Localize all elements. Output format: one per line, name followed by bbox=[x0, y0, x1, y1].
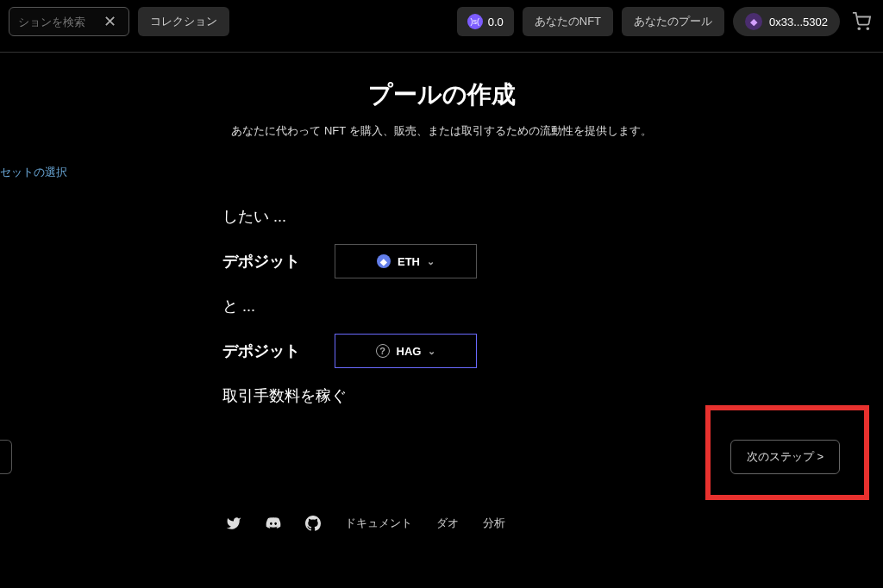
nav-your-nft[interactable]: あなたのNFT bbox=[523, 7, 613, 36]
close-icon[interactable]: ✕ bbox=[100, 12, 120, 31]
prev-button-edge[interactable] bbox=[0, 440, 12, 474]
chevron-down-icon: ⌄ bbox=[428, 346, 435, 357]
main-panel: プールの作成 あなたに代わって NFT を購入、販売、または取引するための流動性… bbox=[0, 52, 883, 500]
page-title: プールの作成 bbox=[0, 78, 883, 111]
balance-chip[interactable]: )s( 0.0 bbox=[457, 7, 514, 36]
wallet-address: 0x33...5302 bbox=[769, 16, 828, 28]
svg-point-1 bbox=[867, 28, 868, 29]
discord-icon[interactable] bbox=[266, 516, 281, 531]
github-icon[interactable] bbox=[305, 516, 321, 531]
svg-point-0 bbox=[858, 28, 860, 29]
fee-text: 取引手数料を稼ぐ bbox=[222, 385, 883, 406]
deposit-label-1: デポジット bbox=[222, 251, 317, 272]
topbar: ✕ コレクション )s( 0.0 あなたのNFT あなたのプール ◆ 0x33.… bbox=[0, 0, 883, 43]
chevron-down-icon: ⌄ bbox=[427, 256, 435, 267]
nav-your-pool[interactable]: あなたのプール bbox=[622, 7, 724, 36]
want-label: したい ... bbox=[222, 206, 286, 227]
footer-link-analytics[interactable]: 分析 bbox=[483, 516, 505, 531]
footer: ドキュメント ダオ 分析 bbox=[0, 500, 883, 531]
step-label: セットの選択 bbox=[0, 165, 883, 180]
asset-picker-2[interactable]: ? HAG ⌄ bbox=[335, 334, 477, 368]
collection-button[interactable]: コレクション bbox=[138, 7, 229, 36]
search-box[interactable]: ✕ bbox=[9, 7, 129, 36]
asset-2-label: HAG bbox=[397, 345, 422, 358]
asset-picker-1[interactable]: ◆ ETH ⌄ bbox=[335, 244, 477, 278]
twitter-icon[interactable] bbox=[226, 516, 241, 531]
form-area: したい ... デポジット ◆ ETH ⌄ と ... デポジット ? HAG … bbox=[222, 206, 883, 406]
search-input[interactable] bbox=[18, 16, 100, 28]
asset-1-label: ETH bbox=[398, 255, 420, 268]
page-subtitle: あなたに代わって NFT を購入、販売、または取引するための流動性を提供します。 bbox=[0, 123, 883, 139]
and-label: と ... bbox=[222, 296, 255, 316]
footer-link-docs[interactable]: ドキュメント bbox=[345, 516, 412, 531]
wallet-button[interactable]: ◆ 0x33...5302 bbox=[733, 7, 840, 36]
wallet-avatar-icon: ◆ bbox=[745, 13, 762, 30]
next-step-button[interactable]: 次のステップ > bbox=[730, 440, 840, 474]
balance-value: 0.0 bbox=[488, 16, 504, 28]
token-icon: )s( bbox=[467, 14, 483, 29]
deposit-label-2: デポジット bbox=[222, 341, 317, 361]
eth-icon: ◆ bbox=[377, 254, 391, 268]
cart-icon[interactable] bbox=[849, 12, 874, 31]
question-icon: ? bbox=[376, 344, 390, 358]
footer-link-dao[interactable]: ダオ bbox=[436, 516, 459, 531]
